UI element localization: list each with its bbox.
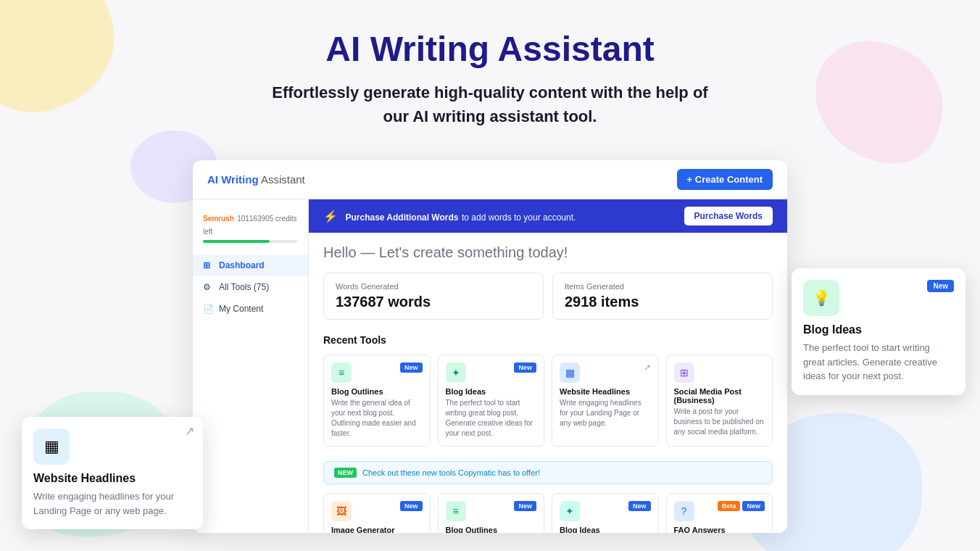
website-headlines-icon: ▦ [560, 362, 580, 383]
recent-tools-grid: ≡ New Blog Outlines Write the general id… [323, 355, 773, 447]
create-content-button[interactable]: + Create Content [677, 169, 773, 190]
stat-words-generated: Words Generated 137687 words [323, 273, 544, 320]
recent-tools-title: Recent Tools [323, 334, 773, 346]
tooltip-website-headlines: ↗ ▦ Website Headlines Write engaging hea… [22, 417, 203, 529]
tool-card-header: ≡ New [446, 501, 537, 521]
hero-subtitle: Effortlessly generate high-quality conte… [236, 80, 744, 128]
purchase-banner: ⚡ Purchase Additional Words to add words… [309, 199, 787, 233]
hero-section: AI Writing Assistant Effortlessly genera… [0, 0, 980, 143]
tool-card-header: ⊞ [674, 362, 765, 383]
tool-card-social-media[interactable]: ⊞ Social Media Post (Business) Write a p… [666, 355, 773, 447]
sidebar-item-dashboard[interactable]: ⊞ Dashboard [193, 254, 308, 276]
image-generator-icon: 🖼 [331, 501, 352, 521]
tooltip-new-badge: New [927, 280, 954, 292]
lightning-icon: ⚡ [323, 210, 338, 223]
greeting-heading: Hello — Let's create something today! [323, 244, 773, 261]
tools-icon: ⚙ [203, 282, 213, 292]
tool-card-header: ▦ ↗ [560, 362, 651, 383]
purchase-text-normal: to add words to your account. [462, 212, 576, 223]
blog-ideas2-icon: ✦ [560, 501, 580, 521]
new-badge: New [628, 501, 651, 511]
new-tools-grid: 🖼 New Image Generator Generate professio… [323, 493, 773, 533]
sidebar-item-my-content[interactable]: 📄 My Content [193, 298, 308, 320]
tool-card-header: ≡ New [331, 362, 423, 383]
new-tools-announcement: NEW Check out these new tools Copymatic … [323, 461, 773, 484]
tooltip-blog-icon: 💡 [803, 280, 839, 316]
purchase-banner-text: ⚡ Purchase Additional Words to add words… [323, 210, 576, 223]
main-content: ⚡ Purchase Additional Words to add words… [309, 199, 787, 533]
sidebar-credits: Semrush 101163905 credits left [193, 211, 308, 254]
stat-items-generated: Items Generated 2918 items [552, 273, 773, 320]
content-icon: 📄 [203, 304, 213, 314]
tooltip-arrow-icon: ↗ [185, 424, 194, 438]
dashboard-icon: ⊞ [203, 260, 213, 270]
new-badge: New [514, 362, 536, 373]
tool-card-header: ? Beta New [674, 501, 765, 521]
tool-card-image-generator[interactable]: 🖼 New Image Generator Generate professio… [323, 493, 431, 533]
stats-row: Words Generated 137687 words Items Gener… [323, 273, 773, 320]
purchase-words-button[interactable]: Purchase Words [684, 207, 773, 225]
new-badge: New [400, 501, 423, 511]
new-badge: New [400, 362, 423, 373]
blog-outlines-icon: ≡ [331, 362, 352, 383]
social-media-icon: ⊞ [674, 362, 694, 383]
tooltip-website-icon: ▦ [33, 428, 70, 465]
new-badge: New [742, 501, 765, 511]
app-logo: AI Writing Assistant [207, 173, 305, 186]
arrow-icon: ↗ [644, 362, 651, 373]
tooltip-blog-header: 💡 New [803, 280, 954, 316]
new-badge: New [514, 501, 536, 511]
tool-card-faq-answers[interactable]: ? Beta New FAQ Answers Lorem ipsum dolor… [666, 493, 773, 533]
beta-badge: Beta [718, 501, 741, 511]
app-header: AI Writing Assistant + Create Content [193, 160, 787, 199]
purchase-text-bold: Purchase Additional Words [345, 212, 458, 223]
blog-ideas-icon: ✦ [446, 362, 466, 383]
sidebar-item-all-tools[interactable]: ⚙ All Tools (75) [193, 276, 308, 298]
tool-card-header: 🖼 New [331, 501, 423, 521]
faq-icon: ? [674, 501, 694, 521]
tool-card-header: ✦ New [446, 362, 537, 383]
tool-card-blog-outlines[interactable]: ≡ New Blog Outlines Write the general id… [323, 355, 431, 447]
tool-card-blog-ideas[interactable]: ✦ New Blog Ideas The perfect tool to sta… [438, 355, 545, 447]
app-body: Semrush 101163905 credits left ⊞ Dashboa… [193, 199, 787, 533]
sidebar: Semrush 101163905 credits left ⊞ Dashboa… [193, 199, 309, 533]
app-window: AI Writing Assistant + Create Content Se… [193, 160, 787, 533]
credits-bar [203, 240, 298, 243]
tool-card-header: ✦ New [560, 501, 651, 521]
tool-card-blog-ideas-2[interactable]: ✦ New Blog Ideas The perfect tool to sta… [552, 493, 659, 533]
tool-card-blog-outlines-2[interactable]: ≡ New Blog Outlines Write the general id… [438, 493, 545, 533]
credits-bar-fill [203, 240, 270, 243]
tooltip-blog-ideas: 💡 New Blog Ideas The perfect tool to sta… [792, 268, 966, 395]
blog-outlines2-icon: ≡ [446, 501, 466, 521]
tool-card-website-headlines[interactable]: ▦ ↗ Website Headlines Write engaging hea… [552, 355, 659, 447]
hero-title: AI Writing Assistant [14, 29, 966, 69]
dashboard: Hello — Let's create something today! Wo… [309, 233, 787, 533]
